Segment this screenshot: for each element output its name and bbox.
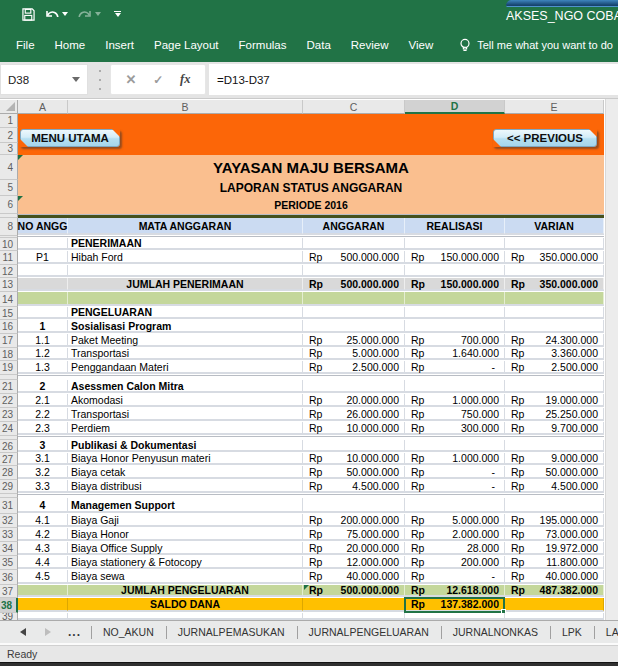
row-header-10[interactable]: 10 (0, 238, 18, 251)
cell-E17[interactable]: Rp24.300.000 (505, 334, 604, 346)
cell-B14[interactable] (68, 292, 303, 305)
column-header-D[interactable]: D (405, 100, 505, 114)
cell-C37[interactable]: Rp500.000.000 (303, 585, 405, 596)
cell-D10[interactable] (405, 238, 505, 249)
sheet-tab-no_akun[interactable]: NO_AKUN (91, 621, 166, 643)
cell-A13[interactable] (18, 278, 68, 290)
cell-B23[interactable]: Transportasi (68, 408, 303, 420)
cell-D29[interactable]: Rp- (405, 480, 505, 492)
ribbon-tab-review[interactable]: Review (341, 28, 399, 62)
cell-A16[interactable]: 1 (18, 320, 68, 332)
cell-A22[interactable]: 2.1 (18, 394, 68, 406)
cell-B15[interactable]: PENGELUARAN (68, 307, 303, 318)
cell-B22[interactable]: Akomodasi (68, 394, 303, 406)
cell-B11[interactable]: Hibah Ford (68, 251, 303, 263)
menu-utama-button[interactable]: MENU UTAMA (20, 129, 120, 147)
cell-B10[interactable]: PENERIMAAN (68, 238, 303, 249)
cell-E21[interactable] (505, 380, 604, 392)
row-header-28[interactable]: 28 (0, 466, 18, 480)
row-header-26[interactable]: 26 (0, 440, 18, 453)
cell-B8[interactable]: MATA ANGGARAN (68, 218, 303, 234)
sheet-tab-jurnalpengeluaran[interactable]: JURNALPENGELUARAN (297, 621, 441, 643)
column-header-E[interactable]: E (505, 100, 604, 114)
row-header-36[interactable]: 36 (0, 570, 18, 585)
cell-D35[interactable]: Rp200.000 (405, 556, 505, 568)
undo-dropdown-icon[interactable] (62, 12, 68, 16)
cell-D39[interactable] (405, 613, 505, 619)
cell-B19[interactable]: Penggandaan Materi (68, 361, 303, 373)
row-header-1[interactable]: 1 (0, 114, 18, 128)
cell-A18[interactable]: 1.2 (18, 348, 68, 359)
row-header-29[interactable]: 29 (0, 480, 18, 494)
cell-C26[interactable] (303, 440, 405, 451)
ribbon-tab-view[interactable]: View (399, 28, 444, 62)
cell-E10[interactable] (505, 238, 604, 249)
cell-A14[interactable] (18, 292, 68, 305)
cell-A23[interactable]: 2.2 (18, 408, 68, 420)
cell-D26[interactable] (405, 440, 505, 451)
cell-C12[interactable] (303, 265, 405, 276)
row-header-17[interactable]: 17 (0, 334, 18, 348)
cell-A28[interactable]: 3.2 (18, 466, 68, 478)
cell-B16[interactable]: Sosialisasi Program (68, 320, 303, 332)
cell-E23[interactable]: Rp25.250.000 (505, 408, 604, 420)
cell-D15[interactable] (405, 307, 505, 318)
name-box[interactable]: D38 (0, 64, 88, 95)
row-header-4[interactable]: 4 (0, 155, 18, 180)
redo-icon[interactable] (77, 4, 93, 24)
select-all-corner[interactable] (0, 100, 18, 114)
column-header-B[interactable]: B (68, 100, 303, 114)
cell-D33[interactable]: Rp2.000.000 (405, 528, 505, 540)
cell-D37[interactable]: Rp12.618.000 (405, 585, 505, 596)
cell-B29[interactable]: Biaya distribusi (68, 480, 303, 492)
cell-D28[interactable]: Rp- (405, 466, 505, 478)
cell-C10[interactable] (303, 238, 405, 249)
cell-E14[interactable] (505, 292, 604, 305)
row-header-27[interactable]: 27 (0, 453, 18, 466)
row-header-21[interactable]: 21 (0, 380, 18, 394)
vertical-scrollbar[interactable] (605, 99, 618, 620)
cell-A34[interactable]: 4.3 (18, 542, 68, 554)
cell-D12[interactable] (405, 265, 505, 276)
cell-E18[interactable]: Rp3.360.000 (505, 348, 604, 359)
cell-D23[interactable]: Rp750.000 (405, 408, 505, 420)
cell-B33[interactable]: Biaya Honor (68, 528, 303, 540)
cell-A12[interactable] (18, 265, 68, 276)
cell-A17[interactable]: 1.1 (18, 334, 68, 346)
cell-A11[interactable]: P1 (18, 251, 68, 263)
cell-C29[interactable]: Rp4.500.000 (303, 480, 405, 492)
cell-E22[interactable]: Rp19.000.000 (505, 394, 604, 406)
cell-D21[interactable] (405, 380, 505, 392)
row-header-2[interactable]: 2 (0, 128, 18, 143)
cell-A36[interactable]: 4.5 (18, 570, 68, 583)
cell-E11[interactable]: Rp350.000.000 (505, 251, 604, 263)
cell-A26[interactable]: 3 (18, 440, 68, 451)
cell-A10[interactable] (18, 238, 68, 249)
cell-C22[interactable]: Rp20.000.000 (303, 394, 405, 406)
cell-C15[interactable] (303, 307, 405, 318)
cell-D24[interactable]: Rp300.000 (405, 422, 505, 434)
row-header-39[interactable]: 39 (0, 613, 18, 620)
cell-D8[interactable]: REALISASI (405, 218, 505, 234)
cell-C34[interactable]: Rp20.000.000 (303, 542, 405, 554)
row-header-18[interactable]: 18 (0, 348, 18, 361)
cell-D36[interactable]: Rp- (405, 570, 505, 583)
row-header-3[interactable]: 3 (0, 143, 18, 155)
cell-E33[interactable]: Rp73.000.000 (505, 528, 604, 540)
cell-B39[interactable] (68, 613, 303, 619)
cell-C28[interactable]: Rp50.000.000 (303, 466, 405, 478)
cell-C17[interactable]: Rp25.000.000 (303, 334, 405, 346)
cell-C38[interactable] (303, 598, 405, 611)
cell-C8[interactable]: ANGGARAN (303, 218, 405, 234)
tell-me-box[interactable]: Tell me what you want to do (459, 28, 613, 62)
sheet-overflow-button[interactable]: ... (68, 625, 81, 639)
row-header-5[interactable]: 5 (0, 180, 18, 196)
row-header-13[interactable]: 13 (0, 278, 18, 292)
cell-C31[interactable] (303, 498, 405, 512)
cell-D13[interactable]: Rp150.000.000 (405, 278, 505, 290)
row-header-31[interactable]: 31 (0, 498, 18, 514)
cell-C33[interactable]: Rp75.000.000 (303, 528, 405, 540)
cell-B38[interactable]: SALDO DANA (68, 598, 303, 611)
cell-E29[interactable]: Rp4.500.000 (505, 480, 604, 492)
cell-C19[interactable]: Rp2.500.000 (303, 361, 405, 373)
